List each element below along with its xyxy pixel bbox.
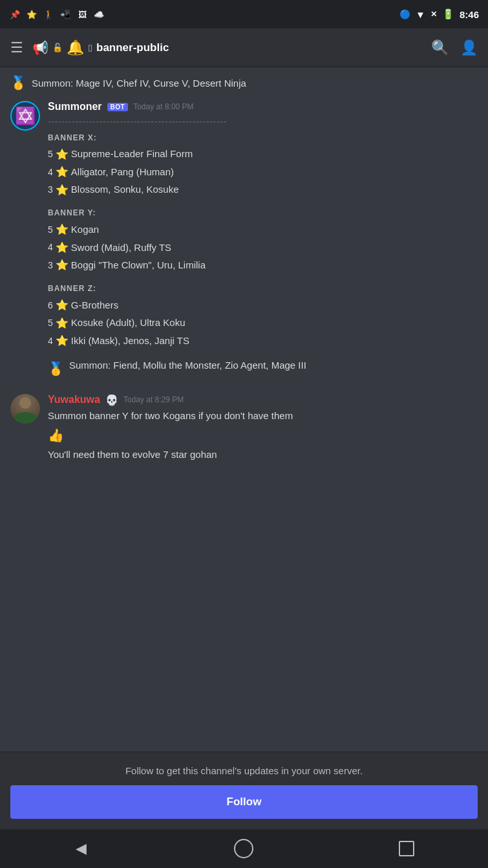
- avatar-body: [14, 412, 37, 424]
- follow-description: Follow to get this channel's updates in …: [10, 765, 478, 776]
- banner-z-section: BANNER Z: 6 ⭐ G-Brothers 5 ⭐ Kosuke (Adu…: [48, 283, 478, 349]
- banner-x-3-star: ⭐: [56, 182, 69, 199]
- yuwakuwa-avatar: [10, 394, 40, 424]
- bottom-navigation: [0, 829, 488, 868]
- yuwakuwa-message: Yuwakuwa 💀 Today at 8:29 PM Summon banne…: [0, 389, 488, 468]
- banner-x-3-text: Blossom, Sonku, Kosuke: [71, 182, 179, 197]
- banner-x-5-count: 5: [48, 147, 53, 161]
- status-bar-left-icons: 📌 ⭐ 🚶 📲 🖼 ☁️: [9, 8, 105, 20]
- yuwakuwa-text: Summon banner Y for two Kogans if you do…: [48, 409, 478, 462]
- yuwakuwa-message-header: Yuwakuwa 💀 Today at 8:29 PM: [48, 394, 478, 406]
- summon-bottom-text: Summon: Fiend, Mollu the Monster, Zio Ag…: [69, 358, 306, 373]
- banner-y-label: BANNER Y:: [48, 207, 478, 219]
- summoner-message-text: ----------------------------------------…: [48, 115, 478, 378]
- summon-top-message: 🥇 Summon: Mage IV, Chef IV, Curse V, Des…: [0, 67, 488, 96]
- banner-y-5-count: 5: [48, 222, 53, 237]
- download-icon: 📲: [59, 8, 71, 20]
- banner-z-row-5: 5 ⭐ Kosuke (Adult), Ultra Koku: [48, 315, 478, 332]
- banner-y-row-5: 5 ⭐ Kogan: [48, 221, 478, 238]
- chat-area: 🥇 Summon: Mage IV, Chef IV, Curse V, Des…: [0, 67, 488, 752]
- banner-z-6-count: 6: [48, 298, 53, 312]
- bell-icon: 🔔: [67, 39, 84, 56]
- yuwakuwa-timestamp: Today at 8:29 PM: [123, 395, 184, 404]
- cloud-icon: ☁️: [93, 8, 105, 20]
- search-icon[interactable]: 🔍: [431, 39, 449, 56]
- banner-y-3-text: Boggi "The Clown", Uru, Limilia: [71, 257, 206, 273]
- summoner-message-header: Summoner BOT Today at 8:00 PM: [48, 101, 478, 113]
- banner-z-row-4: 4 ⭐ Ikki (Mask), Jenos, Janji TS: [48, 332, 478, 349]
- menu-button[interactable]: ☰: [10, 39, 23, 56]
- banner-y-4-text: Sword (Maid), Ruffy TS: [71, 240, 171, 255]
- banner-x-4-text: Alligator, Pang (Human): [71, 164, 174, 180]
- yuwakuwa-username: Yuwakuwa: [48, 394, 100, 406]
- profile-icon[interactable]: 👤: [460, 39, 478, 56]
- yuwakuwa-line1: Summon banner Y for two Kogans if you do…: [48, 409, 478, 424]
- divider-line: ----------------------------------------…: [48, 115, 478, 128]
- banner-x-row-4: 4 ⭐ Alligator, Pang (Human): [48, 164, 478, 180]
- square-icon: [399, 841, 414, 856]
- pin-icon: 📌: [9, 8, 21, 20]
- back-button[interactable]: [65, 834, 98, 863]
- banner-z-4-text: Ikki (Mask), Jenos, Janji TS: [71, 333, 189, 349]
- banner-z-5-text: Kosuke (Adult), Ultra Koku: [71, 315, 186, 331]
- banner-z-5-star: ⭐: [56, 315, 69, 332]
- summoner-message-content: Summoner BOT Today at 8:00 PM ----------…: [48, 101, 478, 378]
- summoner-message: ✡️ Summoner BOT Today at 8:00 PM -------…: [0, 96, 488, 384]
- banner-z-4-star: ⭐: [56, 332, 69, 349]
- banner-z-6-text: G-Brothers: [71, 298, 118, 313]
- banner-x-row-5: 5 ⭐ Supreme-Leader Final Form: [48, 146, 478, 163]
- home-button[interactable]: [228, 834, 260, 863]
- banner-y-row-3: 3 ⭐ Boggi "The Clown", Uru, Limilia: [48, 257, 478, 274]
- summoner-avatar: ✡️: [10, 101, 40, 131]
- banner-x-5-star: ⭐: [56, 146, 69, 163]
- yuwakuwa-avatar-img: [10, 394, 40, 424]
- signal-icon: ✕: [430, 10, 437, 19]
- banner-z-row-6: 6 ⭐ G-Brothers: [48, 297, 478, 314]
- channel-title: banner-public: [96, 41, 431, 54]
- megaphone-icon: 📢: [32, 40, 48, 56]
- channel-bell-deco: ▯: [88, 43, 92, 52]
- recents-button[interactable]: [390, 834, 423, 863]
- banner-y-4-count: 4: [48, 240, 53, 254]
- banner-y-5-text: Kogan: [71, 222, 99, 237]
- star-icon: ⭐: [26, 8, 37, 20]
- banner-y-4-star: ⭐: [56, 239, 69, 256]
- image-icon: 🖼: [76, 8, 88, 20]
- banner-z-5-count: 5: [48, 316, 53, 330]
- summoner-username: Summoner: [48, 101, 102, 113]
- status-bar-right: 🔵 ▼ ✕ 🔋 8:46: [399, 8, 479, 20]
- channel-icon-group: 📢 🔓 🔔 ▯: [32, 39, 92, 56]
- banner-z-6-star: ⭐: [56, 297, 69, 314]
- summon-bottom: 🥇 Summon: Fiend, Mollu the Monster, Zio …: [48, 358, 478, 378]
- summon-top-text: Summon: Mage IV, Chef IV, Curse V, Deser…: [32, 78, 246, 89]
- banner-x-section: BANNER X: 5 ⭐ Supreme-Leader Final Form …: [48, 132, 478, 199]
- banner-y-5-star: ⭐: [56, 221, 69, 238]
- follow-section: Follow to get this channel's updates in …: [0, 752, 488, 829]
- banner-z-4-count: 4: [48, 334, 53, 348]
- skull-badge-icon: 💀: [105, 394, 118, 406]
- banner-x-4-count: 4: [48, 165, 53, 179]
- header-actions: 🔍 👤: [431, 39, 478, 56]
- banner-x-3-count: 3: [48, 182, 53, 197]
- yuwakuwa-message-content: Yuwakuwa 💀 Today at 8:29 PM Summon banne…: [48, 394, 478, 462]
- banner-x-4-star: ⭐: [56, 164, 69, 180]
- wifi-icon: ▼: [416, 9, 425, 20]
- star-of-david-icon: ✡️: [15, 106, 36, 126]
- bluetooth-icon: 🔵: [399, 9, 410, 19]
- banner-y-section: BANNER Y: 5 ⭐ Kogan 4 ⭐ Sword (Maid), Ru…: [48, 207, 478, 274]
- banner-z-label: BANNER Z:: [48, 283, 478, 294]
- banner-y-row-4: 4 ⭐ Sword (Maid), Ruffy TS: [48, 239, 478, 256]
- yuwakuwa-line2: You'll need them to evolve 7 star gohan: [48, 448, 478, 462]
- walk-icon: 🚶: [43, 8, 54, 20]
- summoner-timestamp: Today at 8:00 PM: [133, 102, 193, 111]
- lock-icon: 🔓: [52, 43, 63, 52]
- follow-button[interactable]: Follow: [10, 785, 478, 819]
- yuwakuwa-thumbs: 👍: [48, 426, 478, 445]
- banner-x-5-text: Supreme-Leader Final Form: [71, 146, 193, 162]
- channel-header: ☰ 📢 🔓 🔔 ▯ banner-public 🔍 👤: [0, 28, 488, 67]
- banner-y-3-count: 3: [48, 258, 53, 272]
- medal-bottom-icon: 🥇: [48, 359, 64, 378]
- bot-badge: BOT: [107, 103, 129, 111]
- banner-x-label: BANNER X:: [48, 132, 478, 144]
- avatar-head: [19, 397, 31, 409]
